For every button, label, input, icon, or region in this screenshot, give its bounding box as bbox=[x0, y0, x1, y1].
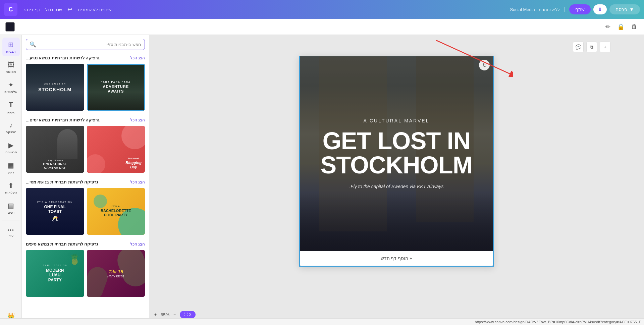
pages-icon: ▤ bbox=[8, 202, 14, 210]
elements-label: אלמנטים bbox=[4, 90, 17, 94]
sidebar-item-uploads[interactable]: ⬆ העלאות bbox=[2, 178, 20, 197]
page-number: 2 bbox=[189, 312, 192, 317]
page-bubble: 2 ⛶ bbox=[180, 311, 196, 318]
icon-sidebar: ⊞ תבניות 🖼 תמונות ✦ אלמנטים T טקסט ♪ מוס… bbox=[0, 35, 21, 325]
comment-button[interactable]: 💬 bbox=[573, 42, 584, 52]
home-button[interactable]: דף בית › bbox=[24, 7, 40, 12]
background-icon: ▦ bbox=[8, 161, 14, 169]
section-4-see-all[interactable]: הצג הכל bbox=[130, 242, 145, 247]
delete-button[interactable]: 🗑 bbox=[630, 22, 639, 32]
design-image: A CULTURAL MARVEL GET LOST IN STOCKHOLM … bbox=[300, 56, 493, 251]
section-3-grid: IT'S A BACHELORETTEPOOL PARTY IT'S A CEL… bbox=[26, 188, 145, 235]
app-logo: C bbox=[4, 3, 17, 16]
background-label: רקע bbox=[8, 170, 14, 174]
section-2-title: גרפיקה לרשתות חברתיות בנושא ימים... bbox=[26, 117, 99, 122]
section-party: הצג הכל גרפיקה לרשתות חברתיות בנושא מסי.… bbox=[26, 179, 145, 235]
template-camera[interactable]: Say cheese! IT'S NATIONALCAMERA DAY bbox=[26, 126, 84, 173]
templates-icon: ⊞ bbox=[8, 41, 14, 49]
section-3-see-all[interactable]: הצג הכל bbox=[130, 180, 145, 184]
section-1-grid: PARA PARA PARA ADVENTUREAWAITS GET LOST … bbox=[26, 64, 145, 111]
sidebar-item-templates[interactable]: ⊞ תבניות bbox=[2, 38, 20, 56]
delete-icon: 🗑 bbox=[631, 23, 637, 30]
canvas-area[interactable]: + ⧉ 💬 ↻ A CULTURAL MARVEL GET LOST IN ST bbox=[149, 35, 644, 325]
sidebar-item-text[interactable]: T טקסט bbox=[2, 98, 20, 117]
design-title: GET LOST IN STOCKHOLM bbox=[320, 129, 473, 177]
templates-label: תבניות bbox=[6, 50, 16, 53]
more-icon: ••• bbox=[7, 227, 14, 233]
template-tiki[interactable]: 15 Tiki Party Ideas bbox=[87, 250, 145, 297]
resize-label: שנה גדול bbox=[45, 7, 62, 12]
template-toast[interactable]: IT'S A CELEBRATION ONE FINALTOAST 🥂 bbox=[26, 188, 84, 235]
sidebar-item-pages[interactable]: ▤ דפים bbox=[2, 199, 20, 217]
section-4-title: גרפיקה לרשתות חברתיות בנושא סיפים bbox=[26, 241, 98, 247]
duplicate-button[interactable]: ⧉ bbox=[586, 42, 597, 52]
template-stockholm[interactable]: GET LOST IN STOCKHOLM bbox=[26, 64, 84, 111]
templates-panel: 🔍 הצג הכל גרפיקה לרשתות חברתיות בנושא נס… bbox=[21, 35, 149, 325]
add-element-button[interactable]: + bbox=[600, 42, 610, 52]
resize-button[interactable]: שנה גדול bbox=[45, 7, 62, 12]
uploads-label: העלאות bbox=[5, 191, 17, 194]
section-national-days: הצג הכל גרפיקה לרשתות חברתיות בנושא ימים… bbox=[26, 117, 145, 173]
zoom-level: 65% bbox=[161, 312, 169, 317]
elements-icon: ✦ bbox=[8, 81, 14, 89]
section-travel: הצג הכל גרפיקה לרשתות חברתיות בנושא נסיע… bbox=[26, 55, 145, 111]
share-label: שתף bbox=[575, 7, 585, 12]
publish-label: פרסם bbox=[615, 7, 627, 12]
template-adventure[interactable]: PARA PARA PARA ADVENTUREAWAITS bbox=[87, 64, 145, 111]
undo-button[interactable]: ↩ bbox=[67, 6, 72, 13]
secondary-toolbar: 🗑 🔒 ✏ bbox=[0, 19, 644, 35]
section-luau: הצג הכל גרפיקה לרשתות חברתיות בנושא סיפי… bbox=[26, 241, 145, 297]
section-1-see-all[interactable]: הצג הכל bbox=[130, 56, 145, 60]
bottom-bar: 2 ⛶ − 65% + bbox=[154, 311, 196, 318]
template-bachelorette[interactable]: IT'S A BACHELORETTEPOOL PARTY bbox=[87, 188, 145, 235]
doc-title: ללא כותרת - Social Media bbox=[510, 7, 560, 12]
zoom-in-button[interactable]: + bbox=[154, 312, 157, 317]
music-label: מוסיקה bbox=[6, 130, 16, 134]
video-icon: ▶ bbox=[8, 141, 13, 149]
sidebar-item-more[interactable]: ••• עוד bbox=[2, 223, 20, 242]
lock-icon: 🔒 bbox=[617, 23, 625, 30]
main-area: + ⧉ 💬 ↻ A CULTURAL MARVEL GET LOST IN ST bbox=[0, 35, 644, 325]
lock-button[interactable]: 🔒 bbox=[616, 22, 626, 32]
music-icon: ♪ bbox=[9, 121, 13, 129]
panel-search-input[interactable] bbox=[36, 42, 141, 47]
section-2-header: הצג הכל גרפיקה לרשתות חברתיות בנושא ימים… bbox=[26, 117, 145, 122]
design-title-line1: GET LOST IN bbox=[322, 127, 470, 154]
sidebar-item-photos[interactable]: 🖼 תמונות bbox=[2, 58, 20, 76]
top-bar: ▼ פרסם ⬇ שתף | ללא כותרת - Social Media … bbox=[0, 0, 644, 19]
section-1-header: הצג הכל גרפיקה לרשתות חברתיות בנושא נסיע… bbox=[26, 55, 145, 60]
publish-button[interactable]: ▼ פרסם bbox=[609, 4, 640, 14]
zoom-out-button[interactable]: − bbox=[173, 312, 176, 317]
photos-label: תמונות bbox=[6, 70, 16, 73]
page-expand-icon[interactable]: ⛶ bbox=[184, 312, 188, 317]
section-4-header: הצג הכל גרפיקה לרשתות חברתיות בנושא סיפי… bbox=[26, 241, 145, 247]
template-luau[interactable]: 🍍 29 APRIL 2022 MODERNLUAUPARTY bbox=[26, 250, 84, 297]
search-icon: 🔍 bbox=[30, 41, 36, 48]
download-button[interactable]: ⬇ bbox=[593, 4, 607, 14]
url-bar: https://www.canva.com/design/DADz-ZFovr_… bbox=[0, 318, 644, 325]
unsaved-label: שינויים לא שמורים bbox=[78, 7, 111, 12]
section-2-see-all[interactable]: הצג הכל bbox=[130, 118, 145, 122]
sidebar-item-video[interactable]: ▶ סרטונים bbox=[2, 138, 20, 157]
canvas-controls: + ⧉ 💬 bbox=[573, 42, 610, 52]
section-2-grid: National BloggingDay Say cheese! IT'S NA… bbox=[26, 126, 145, 173]
panel-search-container: 🔍 bbox=[26, 39, 145, 50]
video-label: סרטונים bbox=[5, 150, 17, 154]
photos-icon: 🖼 bbox=[8, 61, 14, 69]
share-button[interactable]: שתף bbox=[569, 4, 591, 14]
sidebar-item-music[interactable]: ♪ מוסיקה bbox=[2, 118, 20, 137]
refresh-button[interactable]: ↻ bbox=[479, 60, 490, 70]
text-label: טקסט bbox=[7, 110, 15, 114]
add-page-button[interactable]: + הוסף דף חדש bbox=[300, 251, 493, 266]
text-icon: T bbox=[9, 101, 13, 109]
add-page-label: + הוסף דף חדש bbox=[381, 256, 413, 261]
more-label: עוד bbox=[9, 234, 13, 237]
sidebar-item-elements[interactable]: ✦ אלמנטים bbox=[2, 78, 20, 97]
style-button[interactable]: ✏ bbox=[604, 22, 612, 32]
uploads-icon: ⬆ bbox=[8, 181, 14, 189]
template-blogging[interactable]: National BloggingDay bbox=[87, 126, 145, 173]
sidebar-item-background[interactable]: ▦ רקע bbox=[2, 158, 20, 177]
color-picker[interactable] bbox=[5, 22, 15, 32]
design-card: ↻ A CULTURAL MARVEL GET LOST IN STOCKHOL… bbox=[299, 56, 494, 267]
style-icon: ✏ bbox=[605, 23, 610, 30]
